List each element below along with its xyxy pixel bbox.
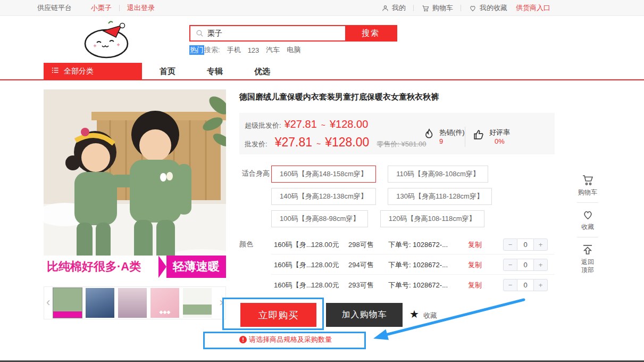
- heart-icon: [581, 209, 595, 223]
- retail-price: 零售价: ¥581.00: [377, 139, 426, 149]
- wholesale-label: 批发价:: [245, 139, 267, 149]
- nav-albums[interactable]: 专辑: [207, 63, 223, 79]
- sku-size: 160码【身...: [274, 281, 312, 290]
- thumbnail-strip: ‹ ◆◆◆ ›: [44, 286, 226, 319]
- search-icon: [195, 29, 204, 40]
- star-icon[interactable]: ★: [409, 308, 419, 320]
- size-option-100[interactable]: 100码【身高88-98cm穿】: [271, 210, 368, 227]
- plus-button[interactable]: +: [533, 279, 548, 291]
- divider: [577, 237, 598, 237]
- thumbnail-1[interactable]: [53, 288, 82, 318]
- quantity-stepper: − 0 +: [503, 279, 548, 291]
- quantity-value[interactable]: 0: [517, 238, 533, 251]
- price-high: ¥128.00: [325, 135, 369, 150]
- sku-order-number: 下单号: 1028672-...: [388, 281, 448, 290]
- thumbnail-5[interactable]: [183, 288, 212, 318]
- search-bar: 搜索: [189, 25, 397, 42]
- thumbnail-3[interactable]: [118, 288, 147, 318]
- color-section-label: 颜色: [239, 240, 253, 249]
- cart-icon: [421, 4, 430, 12]
- topbar: 供应链平台 小栗子 退出登录 我的 购物车 我的收藏 供货商入口: [0, 0, 644, 16]
- hot-keyword[interactable]: 电脑: [287, 45, 300, 55]
- product-title: 德国磨绒儿童保暖内衣套装男童打底保暖衣女童秋衣秋裤: [239, 92, 548, 102]
- hot-keyword[interactable]: 手机: [227, 45, 241, 55]
- quantity-value[interactable]: 0: [517, 279, 533, 291]
- sku-price: 128.00元: [311, 240, 339, 250]
- flame-icon: [423, 128, 436, 146]
- size-option-120[interactable]: 120码【身高108-118cm穿】: [380, 210, 484, 227]
- sku-stock: 294可售: [348, 260, 374, 270]
- sidebar-favorite-label: 收藏: [581, 223, 594, 231]
- minus-button[interactable]: −: [503, 238, 517, 251]
- plus-button[interactable]: +: [533, 238, 548, 251]
- size-options: 160码【身高148-158cm穿】 110码【身高98-108cm穿】 140…: [271, 166, 558, 233]
- thumbnail-4[interactable]: ◆◆◆: [150, 288, 179, 318]
- back-to-top-icon: [581, 243, 594, 258]
- sidebar-favorite[interactable]: 收藏: [581, 209, 595, 231]
- error-icon: !: [239, 336, 247, 343]
- divider: [577, 202, 598, 203]
- favorite-label[interactable]: 收藏: [423, 311, 437, 320]
- hot-search-selected-text: 热门: [189, 45, 204, 55]
- divider: [461, 5, 461, 11]
- plus-button[interactable]: +: [533, 259, 548, 271]
- error-message-row: ! 请选择商品规格及采购数量: [239, 335, 332, 344]
- favorites-link[interactable]: 我的收藏: [469, 3, 507, 13]
- banner-left-text: 比纯棉好很多·A类: [44, 256, 158, 278]
- copy-link[interactable]: 复制: [468, 281, 482, 290]
- hot-sales-stat: 热销(件) 9: [423, 128, 465, 146]
- hot-keyword[interactable]: 汽车: [266, 45, 280, 55]
- size-option-160[interactable]: 160码【身高148-158cm穿】: [271, 166, 376, 183]
- product-image[interactable]: [44, 89, 226, 278]
- menu-icon: [51, 66, 60, 76]
- minus-button[interactable]: −: [503, 279, 517, 291]
- supplier-entry-link[interactable]: 供货商入口: [516, 3, 550, 13]
- hot-keyword[interactable]: 123: [248, 46, 260, 54]
- price-high: ¥128.00: [330, 118, 368, 130]
- buy-now-button[interactable]: 立即购买: [240, 303, 316, 327]
- copy-link[interactable]: 复制: [468, 260, 482, 270]
- username-link[interactable]: 小栗子: [91, 3, 112, 13]
- logout-link[interactable]: 退出登录: [127, 3, 155, 13]
- size-option-110[interactable]: 110码【身高98-108cm穿】: [388, 166, 488, 183]
- sidebar-cart[interactable]: 购物车: [578, 174, 597, 196]
- banner-chevron: [158, 256, 166, 278]
- divider: [119, 5, 120, 11]
- sku-size: 160码【身...: [274, 240, 312, 250]
- search-button[interactable]: 搜索: [345, 26, 396, 40]
- platform-link[interactable]: 供应链平台: [37, 3, 72, 13]
- heart-icon: [469, 4, 477, 12]
- nav-underline: [0, 79, 644, 80]
- back-to-top[interactable]: 返回 顶部: [581, 243, 594, 274]
- quantity-value[interactable]: 0: [517, 259, 533, 271]
- minus-button[interactable]: −: [503, 259, 517, 271]
- thumbnail-2[interactable]: [86, 288, 114, 318]
- add-to-cart-button[interactable]: 加入购物车: [326, 303, 403, 327]
- sku-row: 160码【身... 128.00元 294可售 下单号: 1028672-...…: [271, 254, 555, 275]
- nav-featured[interactable]: 优选: [254, 63, 270, 79]
- divider: [465, 127, 465, 147]
- copy-link[interactable]: 复制: [468, 240, 482, 250]
- cart-link[interactable]: 购物车: [421, 3, 453, 13]
- sku-size: 160码【身...: [274, 260, 312, 270]
- my-account-link[interactable]: 我的: [381, 3, 406, 13]
- size-option-130[interactable]: 130码【身高118-128cm穿】: [388, 188, 492, 205]
- hot-sales-label: 热销(件): [439, 128, 465, 137]
- sku-stock: 293可售: [348, 281, 374, 290]
- page: 供应链平台 小栗子 退出登录 我的 购物车 我的收藏 供货商入口: [0, 0, 644, 362]
- all-categories-button[interactable]: 全部分类: [44, 63, 142, 79]
- nav-home[interactable]: 首页: [160, 63, 175, 79]
- prev-thumbnail-icon[interactable]: ‹: [46, 294, 50, 310]
- my-account-label: 我的: [392, 3, 406, 13]
- price-tilde: ~: [321, 121, 325, 129]
- next-thumbnail-icon[interactable]: ›: [220, 294, 223, 310]
- sku-price: 128.00元: [311, 281, 339, 290]
- cart-label: 购物车: [432, 3, 453, 13]
- banner-right-text: 轻薄速暖: [166, 256, 226, 278]
- hot-search-label: 搜索:: [204, 45, 220, 55]
- search-input[interactable]: [190, 26, 345, 40]
- site-logo[interactable]: [81, 19, 134, 60]
- size-option-140[interactable]: 140码【身高128-138cm穿】: [271, 188, 376, 205]
- cart-icon: [581, 174, 595, 188]
- sidebar-cart-label: 购物车: [578, 188, 597, 196]
